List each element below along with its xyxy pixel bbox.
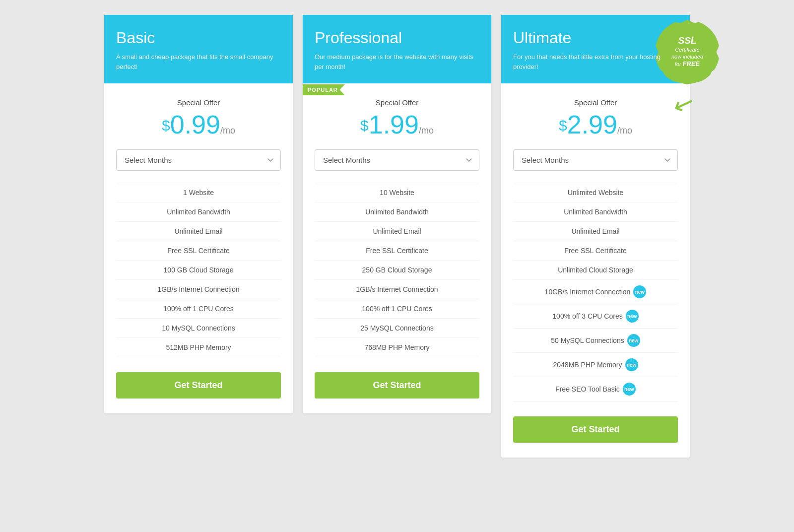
- feature-text: Unlimited Email: [373, 227, 421, 235]
- feature-text: Free SSL Certificate: [366, 247, 428, 255]
- feature-text: 10 Website: [380, 189, 414, 197]
- feature-item: Unlimited Bandwidth: [513, 202, 678, 222]
- feature-text: Unlimited Email: [571, 227, 619, 235]
- get-started-button-ultimate[interactable]: Get Started: [513, 416, 678, 443]
- feature-item: Unlimited Cloud Storage: [513, 261, 678, 280]
- feature-item: Unlimited Bandwidth: [315, 202, 479, 222]
- feature-item: Free SEO Tool Basic new: [513, 377, 678, 401]
- feature-item: 1GB/s Internet Connection: [315, 280, 479, 299]
- select-months-basic[interactable]: Select Months 1 Month 3 Months 6 Months …: [116, 149, 281, 171]
- feature-item: Free SSL Certificate: [315, 241, 479, 261]
- plan-header-basic: Basic A small and cheap package that fit…: [104, 15, 293, 83]
- plan-name-basic: Basic: [116, 29, 281, 47]
- new-badge: new: [626, 310, 639, 323]
- new-badge: new: [625, 358, 638, 371]
- feature-item: 10 Website: [315, 183, 479, 202]
- price-amount-basic: 0.99: [170, 110, 220, 139]
- new-badge: new: [633, 285, 646, 298]
- feature-item: 2048MB PHP Memory new: [513, 353, 678, 377]
- feature-text: 1GB/s Internet Connection: [356, 285, 438, 293]
- feature-text: Free SEO Tool Basic: [555, 385, 620, 393]
- select-months-ultimate[interactable]: Select Months 1 Month 3 Months 6 Months …: [513, 149, 678, 171]
- price-dollar-sign: $: [162, 117, 170, 133]
- price-dollar-sign: $: [360, 117, 369, 133]
- feature-text: Unlimited Bandwidth: [564, 208, 627, 216]
- price-row-basic: $0.99/mo: [116, 110, 281, 139]
- price-row-professional: $1.99/mo: [315, 110, 479, 139]
- feature-item: Unlimited Bandwidth: [116, 202, 281, 222]
- special-offer-label: Special Offer: [315, 98, 479, 107]
- plan-body-professional: Special Offer $1.99/mo Select Months 1 M…: [303, 83, 491, 413]
- feature-text: 100 GB Cloud Storage: [164, 266, 234, 274]
- select-months-professional[interactable]: Select Months 1 Month 3 Months 6 Months …: [315, 149, 479, 171]
- price-amount-ultimate: 2.99: [567, 110, 617, 139]
- new-badge: new: [623, 383, 636, 396]
- feature-text: 768MB PHP Memory: [364, 343, 429, 351]
- feature-item: 1 Website: [116, 183, 281, 202]
- feature-item: Free SSL Certificate: [513, 241, 678, 261]
- feature-text: 250 GB Cloud Storage: [362, 266, 432, 274]
- feature-item: Unlimited Email: [116, 222, 281, 241]
- feature-item: Free SSL Certificate: [116, 241, 281, 261]
- feature-item: Unlimited Email: [513, 222, 678, 241]
- ssl-title: SSL: [678, 36, 697, 45]
- new-badge: new: [627, 334, 640, 347]
- feature-text: Unlimited Bandwidth: [167, 208, 230, 216]
- plan-description-professional: Our medium package is for the website wi…: [315, 52, 479, 71]
- feature-item: Unlimited Website: [513, 183, 678, 202]
- feature-text: Free SSL Certificate: [167, 247, 230, 255]
- feature-text: Unlimited Bandwidth: [365, 208, 429, 216]
- special-offer-label: Special Offer: [116, 98, 281, 107]
- feature-item: 50 MySQL Connections new: [513, 329, 678, 353]
- feature-text: 100% off 1 CPU Cores: [362, 305, 432, 313]
- plan-description-basic: A small and cheap package that fits the …: [116, 52, 281, 71]
- features-list-basic: 1 Website Unlimited Bandwidth Unlimited …: [116, 183, 281, 357]
- feature-item: 25 MySQL Connections: [315, 319, 479, 338]
- feature-item: 100% off 1 CPU Cores: [116, 299, 281, 319]
- feature-text: 50 MySQL Connections: [551, 336, 624, 344]
- plan-card-ultimate: SSL Certificatenow includedfor FREE ↙ Ul…: [501, 15, 690, 458]
- price-per-month-ultimate: /mo: [617, 126, 632, 135]
- feature-item: 100 GB Cloud Storage: [116, 261, 281, 280]
- feature-item: 512MB PHP Memory: [116, 338, 281, 357]
- feature-text: Unlimited Cloud Storage: [558, 266, 633, 274]
- popular-badge: POPULAR: [303, 84, 345, 95]
- feature-text: 1GB/s Internet Connection: [158, 285, 240, 293]
- plan-body-ultimate: Special Offer $2.99/mo Select Months 1 M…: [501, 83, 690, 458]
- get-started-button-professional[interactable]: Get Started: [315, 372, 479, 399]
- feature-text: Unlimited Email: [174, 227, 222, 235]
- get-started-button-basic[interactable]: Get Started: [116, 372, 281, 399]
- plan-card-professional: Professional Our medium package is for t…: [303, 15, 491, 413]
- feature-item: 10GB/s Internet Connection new: [513, 280, 678, 304]
- feature-item: 10 MySQL Connections: [116, 319, 281, 338]
- feature-text: 10 MySQL Connections: [162, 324, 235, 332]
- feature-text: 25 MySQL Connections: [360, 324, 433, 332]
- feature-text: 2048MB PHP Memory: [553, 361, 622, 369]
- feature-item: 250 GB Cloud Storage: [315, 261, 479, 280]
- price-row-ultimate: $2.99/mo: [513, 110, 678, 139]
- feature-item: 768MB PHP Memory: [315, 338, 479, 357]
- plan-name-professional: Professional: [315, 29, 479, 47]
- plan-name-ultimate: Ultimate: [513, 29, 678, 47]
- feature-text: 100% off 1 CPU Cores: [163, 305, 233, 313]
- special-offer-label: Special Offer: [513, 98, 678, 107]
- features-list-ultimate: Unlimited Website Unlimited Bandwidth Un…: [513, 183, 678, 401]
- feature-item: 100% off 3 CPU Cores new: [513, 304, 678, 329]
- price-amount-professional: 1.99: [369, 110, 419, 139]
- plan-header-professional: Professional Our medium package is for t…: [303, 15, 491, 83]
- feature-text: 10GB/s Internet Connection: [545, 288, 631, 296]
- feature-text: 100% off 3 CPU Cores: [552, 312, 622, 320]
- feature-text: Free SSL Certificate: [564, 247, 627, 255]
- features-list-professional: 10 Website Unlimited Bandwidth Unlimited…: [315, 183, 479, 357]
- feature-text: Unlimited Website: [568, 189, 624, 197]
- price-per-month-professional: /mo: [419, 126, 434, 135]
- price-per-month-basic: /mo: [220, 126, 235, 135]
- feature-text: 512MB PHP Memory: [166, 343, 231, 351]
- feature-item: 100% off 1 CPU Cores: [315, 299, 479, 319]
- price-dollar-sign: $: [559, 117, 567, 133]
- pricing-wrapper: Basic A small and cheap package that fit…: [99, 15, 695, 458]
- feature-item: Unlimited Email: [315, 222, 479, 241]
- plan-card-basic: Basic A small and cheap package that fit…: [104, 15, 293, 413]
- feature-item: 1GB/s Internet Connection: [116, 280, 281, 299]
- plan-body-basic: Special Offer $0.99/mo Select Months 1 M…: [104, 83, 293, 413]
